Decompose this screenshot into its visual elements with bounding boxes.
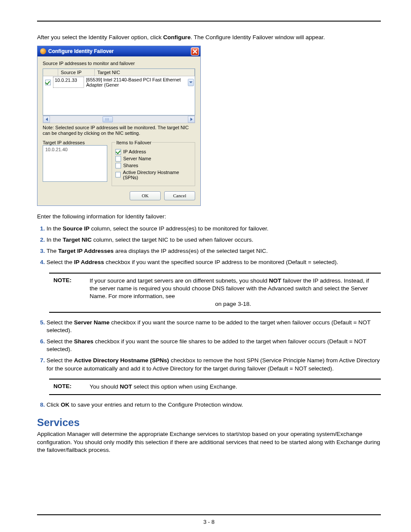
grid-scrollbar[interactable] bbox=[43, 115, 195, 123]
note-block-1: NOTE: If your source and target servers … bbox=[49, 273, 381, 313]
step-6: Select the Shares checkbox if you want t… bbox=[47, 338, 381, 353]
target-ip-list: 10.0.21.40 bbox=[43, 145, 107, 182]
dialog-titlebar: Configure Identity Failover bbox=[37, 46, 200, 56]
services-heading: Services bbox=[37, 417, 381, 429]
scroll-thumb[interactable] bbox=[103, 116, 113, 122]
configure-identity-failover-dialog: Configure Identity Failover Source IP ad… bbox=[37, 46, 201, 205]
grid-target-nic-header: Target NIC bbox=[95, 69, 195, 76]
grid-note: Note: Selected source IP addresses will … bbox=[43, 125, 195, 136]
nic-dropdown-button[interactable] bbox=[188, 79, 194, 86]
step-8: Click OK to save your entries and return… bbox=[47, 401, 381, 409]
items-to-failover-group: Items to Failover IP Address Server Name… bbox=[112, 140, 195, 186]
grid-source-ip-header: Source IP bbox=[58, 69, 95, 76]
note1-label: NOTE: bbox=[53, 277, 90, 308]
close-icon bbox=[193, 49, 197, 54]
intro-bold: Configure bbox=[163, 34, 191, 40]
ok-button[interactable]: OK bbox=[130, 191, 161, 200]
shares-label: Shares bbox=[123, 163, 138, 168]
cancel-button[interactable]: Cancel bbox=[164, 191, 195, 200]
note2-label: NOTE: bbox=[53, 383, 90, 391]
row-checkbox[interactable] bbox=[45, 80, 51, 85]
step-3: The Target IP Addresses area displays th… bbox=[47, 247, 381, 255]
ad-hostname-checkbox[interactable] bbox=[115, 172, 121, 177]
grid-row[interactable]: 10.0.21.33 [65539] Intel 21140-Based PCI… bbox=[43, 76, 195, 88]
server-name-label: Server Name bbox=[123, 156, 151, 161]
dialog-title: Configure Identity Failover bbox=[48, 48, 114, 54]
page-footer: 3 - 8 bbox=[37, 514, 381, 525]
step-5: Select the Server Name checkbox if you w… bbox=[47, 319, 381, 334]
ip-address-label: IP Address bbox=[123, 149, 146, 154]
step-2: In the Target NIC column, select the tar… bbox=[47, 236, 381, 244]
note-block-2: NOTE: You should NOT select this option … bbox=[49, 379, 381, 395]
row-source-ip: 10.0.21.33 bbox=[53, 77, 84, 88]
source-ip-grid: Source IP Target NIC 10.0.21.33 [65539] … bbox=[43, 68, 195, 115]
enter-info-text: Enter the following information for Iden… bbox=[37, 213, 381, 221]
top-rule bbox=[37, 21, 381, 22]
server-name-checkbox[interactable] bbox=[115, 156, 121, 162]
step-4: Select the IP Address checkbox if you wa… bbox=[47, 258, 381, 266]
step-7: Select the Active Directory Hostname (SP… bbox=[47, 357, 381, 372]
close-button[interactable] bbox=[191, 47, 199, 56]
intro-paragraph: After you select the Identity Failover o… bbox=[37, 34, 381, 41]
items-legend: Items to Failover bbox=[115, 140, 152, 145]
source-monitor-label: Source IP addresses to monitor and failo… bbox=[43, 61, 195, 66]
shares-checkbox[interactable] bbox=[115, 163, 121, 168]
scroll-left-button[interactable] bbox=[43, 116, 50, 123]
dialog-title-icon bbox=[40, 48, 46, 54]
row-target-nic: [65539] Intel 21140-Based PCI Fast Ether… bbox=[86, 77, 188, 87]
ad-hostname-label: Active Directory Hostname (SPNs) bbox=[123, 170, 191, 180]
grid-check-col bbox=[43, 69, 58, 76]
target-ip-value: 10.0.21.40 bbox=[45, 147, 68, 152]
intro-text-a: After you select the Identity Failover o… bbox=[37, 34, 163, 40]
scroll-right-button[interactable] bbox=[188, 116, 195, 123]
intro-text-b: . The Configure Identity Failover window… bbox=[190, 34, 325, 40]
ip-address-checkbox[interactable] bbox=[115, 149, 121, 155]
target-ip-label: Target IP addresses bbox=[43, 140, 107, 145]
page-number: 3 - 8 bbox=[203, 519, 215, 525]
step-1: In the Source IP column, select the sour… bbox=[47, 225, 381, 233]
services-paragraph: Application Manager will determine the a… bbox=[37, 430, 381, 454]
